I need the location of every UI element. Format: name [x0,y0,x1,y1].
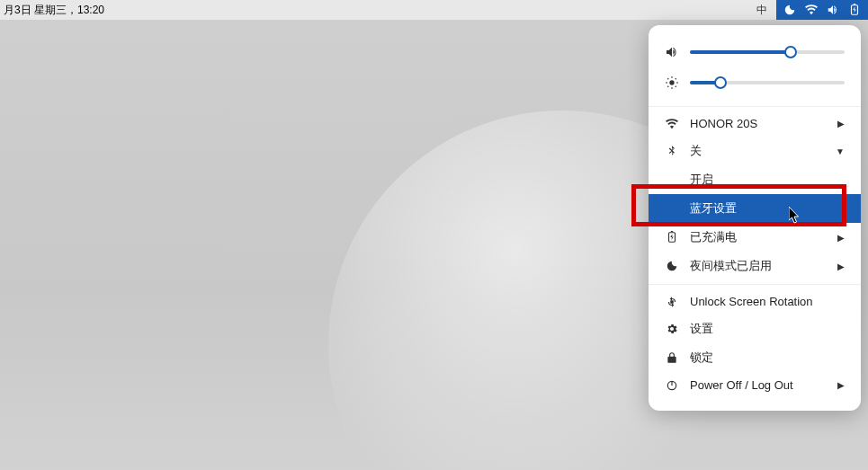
menu-divider [649,284,861,285]
chevron-down-icon: ▼ [836,146,845,156]
power-menu-item[interactable]: Power Off / Log Out ▶ [649,372,861,398]
wifi-icon [665,118,679,130]
lock-label: 锁定 [690,350,845,366]
svg-line-5 [676,86,676,87]
datetime-label: 月3日 星期三，13:20 [4,4,104,16]
settings-menu-item[interactable]: 设置 [649,315,861,343]
lock-icon [665,351,679,364]
battery-label: 已充满电 [690,229,827,245]
bluetooth-turn-on-label: 开启 [690,172,845,188]
nightlight-icon [665,260,679,272]
top-panel: 月3日 星期三，13:20 中 [0,0,868,20]
battery-icon [848,4,861,16]
system-menu: HONOR 20S ▶ 关 ▼ 开启 蓝牙设置 已充满电 ▶ 夜间模式已启用 ▶ [649,25,861,411]
svg-rect-11 [670,300,674,304]
rotation-lock-item[interactable]: Unlock Screen Rotation [649,288,861,315]
svg-point-1 [669,80,674,84]
bluetooth-turn-on-item[interactable]: 开启 [649,165,861,194]
clock-area[interactable]: 月3日 星期三，13:20 [0,3,104,18]
nightlight-icon [783,4,796,16]
wifi-icon [805,4,818,16]
brightness-slider-row [649,72,861,102]
power-label: Power Off / Log Out [690,378,827,392]
brightness-slider[interactable] [690,81,845,84]
bluetooth-menu-item[interactable]: 关 ▼ [649,137,861,165]
power-icon [665,379,679,392]
nightlight-menu-item[interactable]: 夜间模式已启用 ▶ [649,252,861,280]
wifi-label: HONOR 20S [690,117,827,130]
settings-label: 设置 [690,321,845,337]
bluetooth-settings-item[interactable]: 蓝牙设置 [649,194,861,223]
gear-icon [665,323,679,335]
volume-icon [665,45,679,59]
rotation-lock-icon [665,296,679,308]
ime-indicator[interactable]: 中 [747,3,776,18]
volume-slider[interactable] [690,50,845,54]
svg-line-4 [667,78,668,79]
chevron-right-icon: ▶ [837,380,845,390]
bluetooth-label: 关 [690,143,825,159]
chevron-right-icon: ▶ [837,119,845,129]
rotation-lock-label: Unlock Screen Rotation [690,295,845,308]
svg-line-8 [667,86,668,87]
bluetooth-icon [665,145,679,157]
nightlight-label: 夜间模式已启用 [690,258,827,274]
battery-menu-item[interactable]: 已充满电 ▶ [649,223,861,252]
chevron-right-icon: ▶ [837,262,845,271]
chevron-right-icon: ▶ [837,233,845,243]
volume-slider-row [649,41,861,72]
brightness-icon [665,75,679,90]
bluetooth-settings-label: 蓝牙设置 [690,200,845,217]
mouse-cursor-icon [789,207,801,225]
lock-menu-item[interactable]: 锁定 [649,343,861,372]
status-area[interactable] [776,0,868,20]
battery-icon [665,231,679,244]
menu-divider [649,106,861,107]
ime-label: 中 [756,4,767,16]
volume-icon [827,4,839,16]
wifi-menu-item[interactable]: HONOR 20S ▶ [649,111,861,137]
svg-line-9 [676,78,676,79]
